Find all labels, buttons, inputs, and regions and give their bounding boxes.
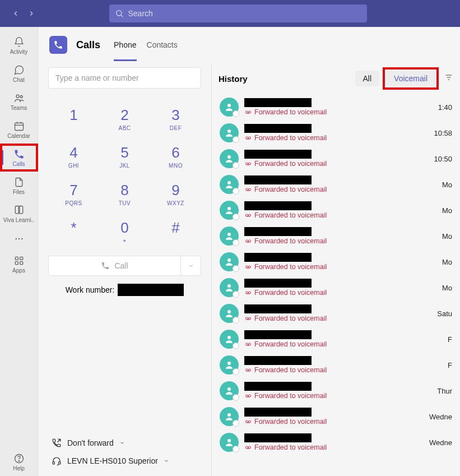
history-row[interactable]: Forwarded to voicemailWedne [219, 429, 460, 455]
presence-indicator [233, 265, 239, 272]
rail-more-button[interactable] [0, 228, 38, 250]
call-time: 10:50 [434, 155, 452, 163]
svg-point-72 [249, 420, 251, 423]
rail-chat[interactable]: Chat [0, 59, 38, 87]
history-row[interactable]: Forwarded to voicemailSatu [219, 301, 460, 326]
rail-calendar[interactable]: Calendar [0, 115, 38, 144]
rail-calls[interactable]: Calls [0, 144, 38, 172]
caller-name-redacted [244, 408, 312, 417]
call-time: F [448, 361, 452, 369]
svg-point-74 [227, 439, 231, 442]
dialpad-key-*[interactable]: * [48, 214, 99, 251]
rail-viva[interactable]: Viva Learni.. [0, 200, 38, 228]
history-row[interactable]: Forwarded to voicemailWedne [219, 404, 460, 429]
rail-label: Calls [12, 161, 25, 167]
rail-activity[interactable]: Activity [0, 31, 38, 59]
history-row[interactable]: Forwarded to voicemailMo [219, 197, 460, 223]
svg-rect-14 [20, 261, 22, 264]
voicemail-icon [244, 160, 252, 167]
voicemail-highlight-box: Voicemail [383, 67, 439, 90]
forward-status: Forwarded to voicemail [244, 134, 434, 142]
svg-point-68 [249, 395, 251, 397]
tab-phone[interactable]: Phone [114, 29, 136, 61]
dialpad-letters: WXYZ [150, 200, 201, 207]
history-row[interactable]: Forwarded to voicemailMo [219, 223, 460, 249]
rail-label: Files [13, 189, 25, 195]
svg-point-66 [227, 387, 231, 391]
search-input[interactable]: Search [109, 4, 367, 22]
rail-label: Chat [13, 77, 25, 83]
dialpad-key-9[interactable]: 9WXYZ [150, 176, 201, 214]
rail-apps[interactable]: Apps [0, 250, 38, 278]
dialpad-key-1[interactable]: 1 [48, 101, 99, 138]
history-row[interactable]: Forwarded to voicemailThur [219, 378, 460, 404]
caller-name-redacted [244, 382, 312, 391]
dialpad-key-5[interactable]: 5JKL [99, 138, 150, 176]
search-placeholder: Search [128, 9, 153, 18]
history-row[interactable]: Forwarded to voicemailMo [219, 249, 460, 275]
dialpad-letters [48, 238, 99, 244]
filter-all[interactable]: All [355, 71, 380, 86]
rail-files[interactable]: Files [0, 172, 38, 200]
nav-back-button[interactable] [9, 7, 22, 20]
svg-point-52 [249, 292, 251, 294]
svg-point-48 [249, 266, 251, 268]
dialpad-key-#[interactable]: # [150, 214, 201, 251]
caller-name-redacted [244, 124, 312, 133]
phone-icon [101, 261, 110, 270]
dialpad-key-3[interactable]: 3DEF [150, 101, 201, 138]
svg-point-76 [249, 446, 251, 449]
filter-voicemail[interactable]: Voicemail [386, 71, 435, 86]
svg-point-24 [249, 111, 251, 113]
svg-point-46 [227, 258, 231, 262]
history-row[interactable]: Forwarded to voicemailMo [219, 172, 460, 197]
dialpad-digit: 9 [150, 182, 201, 199]
avatar [220, 252, 239, 271]
svg-point-30 [227, 155, 231, 159]
svg-point-34 [227, 181, 231, 184]
rail-teams[interactable]: Teams [0, 87, 38, 115]
svg-point-51 [246, 292, 248, 294]
voicemail-icon [244, 418, 252, 425]
rail-help[interactable]: Help [0, 448, 38, 476]
caller-name-redacted [244, 356, 312, 365]
dialpad-key-2[interactable]: 2ABC [99, 101, 150, 138]
rail-apps-label: Apps [12, 267, 25, 274]
call-dropdown[interactable] [181, 256, 201, 276]
dialpad-letters: TUV [99, 200, 150, 207]
history-row[interactable]: Forwarded to voicemailMo [219, 275, 460, 301]
svg-point-9 [18, 238, 19, 239]
dialpad-key-8[interactable]: 8TUV [99, 176, 150, 214]
history-row[interactable]: Forwarded to voicemailF [219, 352, 460, 378]
device-setting[interactable]: LEVN LE-HS010 Superior [52, 456, 198, 466]
device-setting-label: LEVN LE-HS010 Superior [67, 456, 158, 465]
dialpad-key-6[interactable]: 6MNO [150, 138, 201, 176]
avatar [220, 98, 239, 117]
svg-point-40 [249, 214, 251, 216]
caller-name-redacted [244, 330, 312, 339]
dialpad-key-4[interactable]: 4GHI [48, 138, 99, 176]
history-row[interactable]: Forwarded to voicemailF [219, 326, 460, 352]
avatar [220, 227, 239, 246]
rail-label: Activity [10, 49, 28, 55]
forward-icon [52, 438, 62, 448]
history-row[interactable]: Forwarded to voicemail10:50 [219, 146, 460, 172]
tab-contacts[interactable]: Contacts [147, 29, 178, 61]
caller-name-redacted [244, 175, 312, 184]
dialpad-digit: 2 [99, 107, 150, 124]
svg-point-27 [246, 137, 248, 139]
voicemail-icon [244, 186, 252, 193]
history-row[interactable]: Forwarded to voicemail1:40 [219, 94, 460, 120]
svg-point-16 [18, 460, 19, 461]
nav-forward-button[interactable] [25, 7, 38, 20]
svg-point-36 [249, 188, 251, 191]
filter-button[interactable] [444, 73, 453, 84]
dialpad-key-0[interactable]: 0+ [99, 214, 150, 251]
call-button[interactable]: Call [48, 256, 181, 276]
forward-setting[interactable]: Don't forward [52, 438, 198, 448]
history-row[interactable]: Forwarded to voicemail10:58 [219, 120, 460, 146]
dialpad-key-7[interactable]: 7PQRS [48, 176, 99, 214]
dial-input[interactable]: Type a name or number [48, 67, 201, 89]
avatar [220, 355, 239, 375]
svg-point-50 [227, 284, 231, 288]
